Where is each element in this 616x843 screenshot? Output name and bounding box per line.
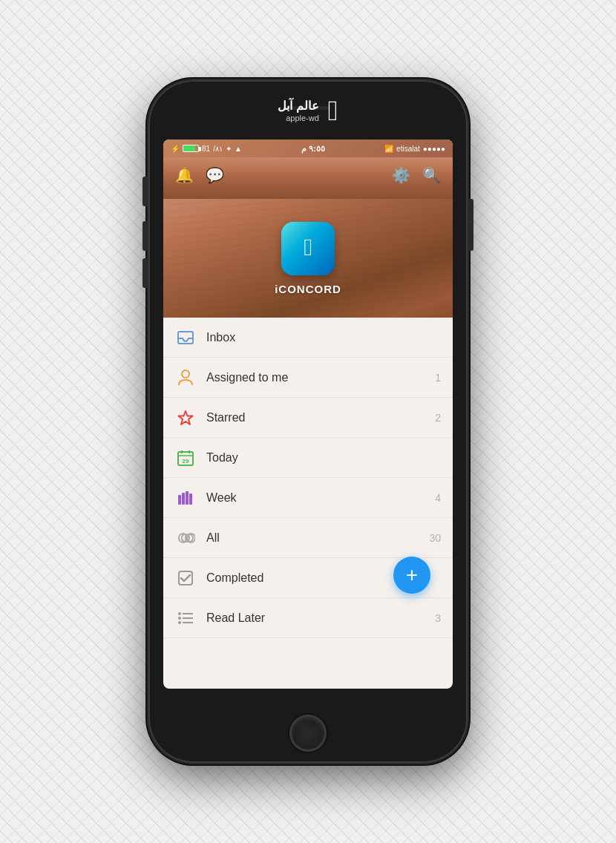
menu-container: Inbox Assigned to me 1	[163, 318, 453, 638]
svg-text:29: 29	[183, 458, 189, 465]
add-fab-button[interactable]: +	[393, 557, 430, 594]
menu-item-week[interactable]: Week 4	[163, 478, 453, 518]
bluetooth-icon: ✦	[226, 145, 232, 153]
week-icon	[175, 488, 196, 508]
app-icon-inner: 	[281, 222, 335, 275]
brand-apple-icon: 	[328, 95, 338, 127]
svg-rect-11	[189, 493, 192, 505]
today-label: Today	[206, 451, 441, 465]
brand-text: عالم آبل apple-wd	[278, 99, 318, 122]
week-badge: 4	[435, 492, 441, 504]
home-button[interactable]	[289, 715, 327, 752]
svg-rect-9	[182, 493, 185, 505]
status-right: 📶 etisalat ●●●●●	[384, 145, 445, 153]
header-bar: 🔔 💬 ⚙️ 🔍	[163, 157, 453, 199]
brand-area: عالم آبل apple-wd 	[278, 95, 338, 127]
svg-point-13	[178, 612, 181, 615]
inbox-icon	[175, 327, 196, 348]
assigned-label: Assigned to me	[206, 371, 435, 384]
svg-rect-8	[178, 495, 181, 505]
location-icon: ▲	[235, 145, 242, 153]
menu-item-inbox[interactable]: Inbox	[163, 318, 453, 358]
assigned-badge: 1	[435, 372, 441, 384]
phone-frame: عالم آبل apple-wd  ⚡ 81 /٨١ ✦ ▲ ٩:٥٥ م …	[148, 80, 468, 763]
svg-point-1	[182, 370, 189, 378]
all-label: All	[206, 531, 429, 545]
battery-icon	[183, 145, 199, 152]
app-hero-section:  iCONCORD	[163, 199, 453, 318]
star-icon	[175, 407, 196, 428]
bell-icon[interactable]: 🔔	[175, 166, 194, 184]
app-icon[interactable]: 	[281, 222, 335, 275]
menu-item-starred[interactable]: Starred 2	[163, 398, 453, 438]
battery-percent-sign: /٨١	[213, 145, 223, 153]
menu-item-assigned[interactable]: Assigned to me 1	[163, 358, 453, 398]
svg-point-15	[178, 617, 181, 620]
phone-screen: ⚡ 81 /٨١ ✦ ▲ ٩:٥٥ م 📶 etisalat ●●●●● 🔔 💬	[163, 140, 453, 689]
menu-item-all[interactable]: All 30	[163, 518, 453, 558]
check-icon	[175, 568, 196, 588]
settings-icon[interactable]: ⚙️	[392, 166, 410, 184]
status-bar: ⚡ 81 /٨١ ✦ ▲ ٩:٥٥ م 📶 etisalat ●●●●●	[163, 140, 453, 157]
starred-label: Starred	[206, 411, 435, 424]
carrier-name: etisalat	[396, 145, 420, 153]
week-label: Week	[206, 491, 435, 505]
svg-point-17	[178, 621, 181, 624]
header-left-icons: 🔔 💬	[175, 166, 224, 184]
charging-icon: ⚡	[171, 145, 180, 153]
header-right-icons: ⚙️ 🔍	[392, 166, 441, 184]
read-later-label: Read Later	[206, 611, 435, 625]
svg-rect-10	[186, 491, 189, 505]
calendar-icon: 29	[175, 447, 196, 468]
status-left: ⚡ 81 /٨١ ✦ ▲	[171, 145, 242, 153]
all-badge: 30	[429, 532, 441, 544]
status-time: ٩:٥٥ م	[301, 144, 325, 154]
chat-icon[interactable]: 💬	[206, 166, 224, 184]
wifi-icon: 📶	[384, 145, 393, 153]
app-name: iCONCORD	[275, 283, 341, 295]
app-icon-container: 	[281, 222, 335, 275]
brand-english: apple-wd	[278, 114, 318, 123]
inbox-label: Inbox	[206, 331, 441, 344]
apple-logo-icon: 	[304, 234, 312, 261]
menu-item-read-later[interactable]: Read Later 3	[163, 598, 453, 638]
svg-marker-2	[179, 411, 193, 424]
battery-percent: 81	[202, 145, 210, 153]
starred-badge: 2	[435, 412, 441, 424]
list-icon	[175, 608, 196, 629]
brand-arabic: عالم آبل	[278, 99, 318, 113]
menu-item-today[interactable]: 29 Today	[163, 438, 453, 478]
signal-dots: ●●●●●	[423, 145, 445, 153]
person-icon	[175, 367, 196, 388]
search-icon[interactable]: 🔍	[422, 166, 441, 184]
battery-fill	[183, 145, 195, 151]
read-later-badge: 3	[435, 612, 441, 624]
infinity-icon	[175, 528, 196, 548]
